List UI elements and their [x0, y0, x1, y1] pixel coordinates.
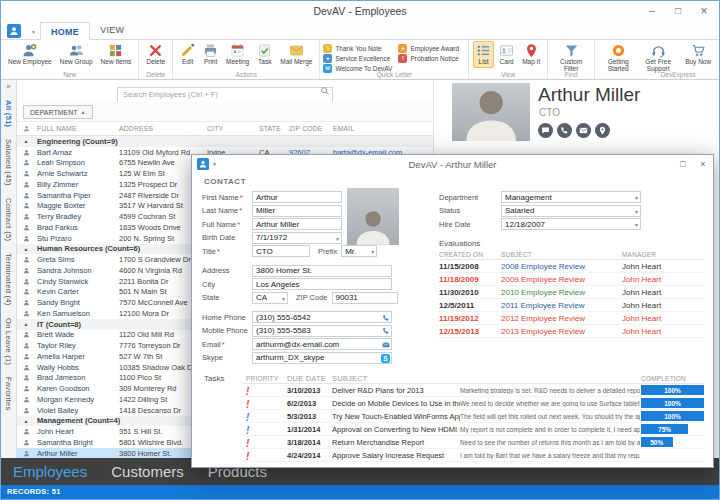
department-field: Department Management	[439, 191, 705, 203]
hire-date-input[interactable]: 12/18/2007	[501, 218, 641, 230]
employee-row[interactable]: Engineering (Count=9)	[17, 136, 433, 147]
new-group-button[interactable]: New Group	[57, 41, 96, 68]
evaluation-row[interactable]: 11/30/2010 2010 Employee Review John Hea…	[439, 286, 705, 299]
tasks-header[interactable]: PRIORITY DUE DATE SUBJECT COMPLETION	[242, 374, 705, 384]
group-by-department-chip[interactable]: DEPARTMENT	[23, 105, 93, 119]
employee-job-title: CTO	[539, 107, 560, 118]
phone-icon[interactable]	[381, 313, 390, 322]
side-tab[interactable]: Salaried (45)	[4, 133, 13, 192]
evaluation-row[interactable]: 11/18/2009 2009 Employee Review John Hea…	[439, 273, 705, 286]
evaluation-row[interactable]: 12/15/2013 2013 Employee Review John Hea…	[439, 325, 705, 338]
ribbon-group-devexpress: Getting Started Get Free Support Buy Now…	[595, 40, 720, 79]
email-input[interactable]: arthurm@dx-email.com	[252, 338, 392, 350]
map-it-button[interactable]: Map It	[519, 41, 543, 68]
task-row[interactable]: 6/2/2013 Decide on Mobile Devices to Use…	[242, 397, 705, 410]
task-row[interactable]: 4/24/2014 Approve Salary Increase Reques…	[242, 449, 705, 462]
task-row[interactable]: 5/3/2013 Try New Touch-Enabled WinForms …	[242, 410, 705, 423]
evaluation-row[interactable]: 11/15/2008 2008 Employee Review John Hea…	[439, 260, 705, 273]
state-input[interactable]: CA	[252, 292, 288, 304]
column-header-email[interactable]: EMAIL	[333, 125, 433, 132]
custom-filter-button[interactable]: Custom Filter	[552, 41, 590, 75]
quick-letter-item[interactable]: ★ Employee Award	[398, 43, 459, 53]
get-free-support-button[interactable]: Get Free Support	[639, 41, 677, 75]
department-input[interactable]: Management	[501, 191, 641, 203]
new-items-button[interactable]: New Items	[98, 41, 135, 68]
state-zip-field: State CA ZIP Code 90031	[202, 292, 414, 304]
meeting-button[interactable]: Meeting	[223, 41, 252, 68]
completion-bar: 75%	[641, 424, 688, 434]
evaluations-grid: CREATED ON SUBJECT MANAGER 11/15/2008 20…	[439, 250, 705, 338]
hire-date-field: Hire Date 12/18/2007	[439, 218, 705, 230]
new-group-icon	[69, 43, 84, 58]
task-button[interactable]: Task	[254, 41, 275, 68]
mobile-phone-input[interactable]: (310) 555-5583	[252, 325, 392, 337]
side-tab[interactable]: Contract (5)	[4, 192, 13, 247]
module-tab[interactable]: Employees	[13, 463, 87, 480]
search-input[interactable]	[117, 87, 333, 103]
chat-button[interactable]	[538, 123, 553, 138]
task-row[interactable]: 1/31/2014 Approval on Converting to New …	[242, 423, 705, 436]
side-tab[interactable]: Favorites	[4, 371, 13, 417]
delete-button[interactable]: Delete	[143, 41, 168, 68]
first-name-input[interactable]: Arthur	[252, 191, 342, 203]
edit-button[interactable]: Edit	[177, 41, 198, 68]
evaluation-row[interactable]: 12/5/2011 2011 Employee Review John Hear…	[439, 299, 705, 312]
call-button[interactable]	[557, 123, 572, 138]
person-icon	[17, 439, 37, 446]
column-header-zip[interactable]: ZIP CODE	[289, 125, 333, 132]
quick-letter-item[interactable]: ! Probation Notice	[398, 53, 459, 63]
city-input[interactable]: Los Angeles	[252, 278, 392, 290]
birth-date-input[interactable]: 7/1/1972	[252, 232, 342, 244]
column-header-address[interactable]: ADDRESS	[119, 125, 207, 132]
home-phone-input[interactable]: (310) 555-6542	[252, 311, 392, 323]
side-tab[interactable]: All (51)	[4, 94, 13, 133]
zip-label: ZIP Code	[296, 293, 328, 302]
new-employee-button[interactable]: New Employee	[5, 41, 55, 68]
tab-view[interactable]: VIEW	[90, 21, 134, 39]
dialog-maximize-icon[interactable]: □	[673, 156, 693, 172]
zip-input[interactable]: 90031	[332, 292, 398, 304]
full-name-input[interactable]: Arthur Miller	[252, 218, 342, 230]
mail-merge-button[interactable]: Mail Merge	[277, 41, 315, 68]
grid-header[interactable]: FULL NAME ADDRESS CITY STATE ZIP CODE EM…	[17, 122, 433, 136]
column-header-full-name[interactable]: FULL NAME	[37, 125, 119, 132]
evaluations-header[interactable]: CREATED ON SUBJECT MANAGER	[439, 250, 705, 260]
side-tab[interactable]: Terminated (4)	[4, 247, 13, 312]
skype-input[interactable]: arthurm_DX_skype	[252, 352, 392, 364]
phone-icon[interactable]	[381, 327, 390, 336]
task-row[interactable]: 3/18/2014 Return Merchandise Report Need…	[242, 436, 705, 449]
last-name-input[interactable]: Miller	[252, 205, 342, 217]
column-header-city[interactable]: CITY	[207, 125, 259, 132]
close-icon[interactable]	[691, 1, 717, 20]
email-button[interactable]	[576, 123, 591, 138]
contact-tab[interactable]: CONTACT	[204, 177, 246, 186]
map-button[interactable]	[595, 123, 610, 138]
mail-icon[interactable]	[381, 340, 390, 349]
dialog-close-icon[interactable]: ×	[693, 156, 713, 172]
print-button[interactable]: Print	[200, 41, 221, 68]
column-header-state[interactable]: STATE	[259, 125, 289, 132]
maximize-icon[interactable]	[665, 1, 691, 20]
tab-home[interactable]: HOME	[40, 22, 90, 40]
collapse-chevron-icon[interactable]	[6, 82, 10, 94]
status-input[interactable]: Salaried	[501, 205, 641, 217]
app-menu-caret-icon[interactable]: ▼	[31, 29, 36, 35]
side-tab[interactable]: On Leave (1)	[4, 312, 13, 371]
task-row[interactable]: 3/10/2013 Deliver R&D Plans for 2013 Mar…	[242, 384, 705, 397]
title-input[interactable]: CTO	[252, 245, 310, 257]
quick-letter-item[interactable]: ★ Service Excellence	[323, 53, 392, 63]
list-view-button[interactable]: List	[473, 41, 494, 68]
records-count: RECORDS: 51	[7, 487, 61, 496]
address-input[interactable]: 3800 Homer St.	[252, 265, 392, 277]
app-menu-button[interactable]	[7, 23, 29, 38]
quick-letter-item[interactable]: ✎ Thank You Note	[323, 43, 392, 53]
prefix-input[interactable]: Mr.	[341, 245, 377, 257]
minimize-icon[interactable]	[639, 1, 665, 20]
evaluation-row[interactable]: 11/19/2012 2012 Employee Review John Hea…	[439, 312, 705, 325]
buy-now-button[interactable]: Buy Now	[679, 41, 717, 68]
module-tab[interactable]: Customers	[111, 463, 184, 480]
card-view-button[interactable]: Card	[496, 41, 517, 68]
quick-letter-icon: ★	[398, 44, 407, 53]
getting-started-button[interactable]: Getting Started	[599, 41, 637, 75]
list-icon	[476, 43, 491, 58]
